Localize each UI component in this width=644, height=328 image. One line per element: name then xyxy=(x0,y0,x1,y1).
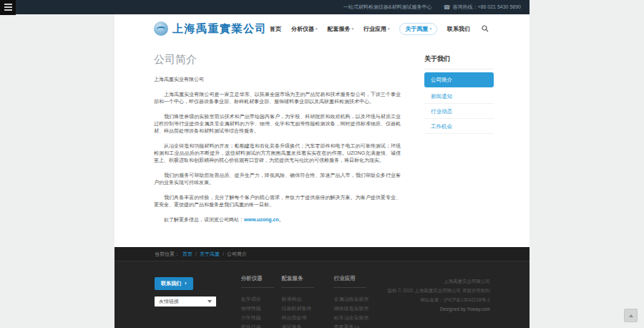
sidebar-item-industry-trends[interactable]: 行业动态 xyxy=(424,104,494,119)
footer-link[interactable]: 在线仪器 xyxy=(241,322,282,328)
topbar-tagline: 一站式材料检测仪器&材料测试服务中心 xyxy=(343,4,432,11)
main-nav: 首页 分析仪器▾ 配套服务▾ 行业应用▾ 关于禹重▾ 联系我们 xyxy=(270,23,490,35)
sidebar-item-company-profile[interactable]: 公司简介 xyxy=(424,72,494,87)
footer-link[interactable]: 钢铁锻造实验室 xyxy=(333,304,387,313)
site-column: 上海禹重實業公司 首页 分析仪器▾ 配套服务▾ 行业应用▾ 关于禹重▾ 联系我们… xyxy=(114,14,530,328)
paragraph: 我们的服务可帮助您改善品质、提升生产力，降低风险、确保符合性、加速产品入市，我们… xyxy=(154,172,401,186)
paragraph: 我们将世界级的实验室前沿技术和产品带给国内客户，为学校、科研院所和政府机构，以及… xyxy=(154,113,401,135)
hotline: ☎ 咨询热线：+86 021 5430 5890 xyxy=(443,4,521,11)
article: 公司简介 上海禹重实业有限公司 上海禹重实业有限公司是一家立足华东、以拓展全国市… xyxy=(154,49,401,231)
footer-link[interactable]: 金属冶炼实验室 xyxy=(333,294,387,304)
footer-contact-block: 联系我们 › 友情链接 xyxy=(155,275,241,328)
logo[interactable]: 上海禹重實業公司 xyxy=(154,21,267,36)
chevron-down-icon: ▾ xyxy=(429,26,431,31)
website-suffix: 。 xyxy=(279,217,284,222)
company-name: 上海禹重實業公司 xyxy=(172,22,267,36)
hotline-text: 咨询热线：+86 021 5430 5890 xyxy=(452,4,521,11)
footer-link[interactable]: 测试服务 xyxy=(281,322,333,328)
website-link[interactable]: www.uzong.cn xyxy=(244,217,279,222)
about-sidebar: 关于我们 公司简介 新闻通知 行业动态 工作机会 xyxy=(424,49,494,231)
icp-line: 网站备案：沪ICP备13042218号-1 xyxy=(388,295,490,304)
paragraph: 我们具备丰富的经验，充分了解每个客户的核心需求，并致力于提供最佳的解决方案。为客… xyxy=(154,194,401,208)
paragraph: 上海禹重实业有限公司 xyxy=(154,76,401,83)
hamburger-menu-icon[interactable] xyxy=(0,0,16,15)
breadcrumb-current: 公司简介 xyxy=(227,251,247,258)
chevron-down-icon: ▾ xyxy=(351,26,353,31)
copyright-line: 上海禹重实业有限公司 xyxy=(388,276,490,286)
footer-column-services: 配套服务 标准样品 仪器耗材备件 样品前处理 测试服务 xyxy=(281,275,333,328)
footer-link-more[interactable]: 查看更多>> xyxy=(333,322,387,328)
page-title: 公司简介 xyxy=(154,53,401,67)
breadcrumb: 当前位置： 首页 / 关于禹重 / 公司简介 xyxy=(114,247,530,261)
footer-link[interactable]: 仪器耗材备件 xyxy=(281,304,333,313)
footer-link[interactable]: 化学成分 xyxy=(241,294,282,304)
breadcrumb-prefix: 当前位置： xyxy=(155,251,180,258)
search-icon[interactable] xyxy=(480,24,490,34)
footer-column-applications: 行业应用 金属冶炼实验室 钢铁锻造实验室 粉末冶金实验室 查看更多>> xyxy=(333,275,387,328)
arrow-right-icon: › xyxy=(185,281,187,286)
footer-link[interactable]: 力学性能 xyxy=(241,313,282,322)
footer-link[interactable]: 粉末冶金实验室 xyxy=(333,313,387,322)
nav-item-instruments[interactable]: 分析仪器▾ xyxy=(291,25,318,33)
sidebar-title: 关于我们 xyxy=(424,49,494,69)
breadcrumb-link-about[interactable]: 关于禹重 xyxy=(200,251,220,258)
phone-icon: ☎ xyxy=(443,4,450,11)
paragraph: 上海禹重实业有限公司是一家立足华东、以拓展全国市场为主的产品贸易和技术服务型公司… xyxy=(154,91,401,105)
nav-item-applications[interactable]: 行业应用▾ xyxy=(364,25,390,33)
arrow-up-icon xyxy=(629,314,633,317)
contact-us-button[interactable]: 联系我们 › xyxy=(155,277,193,290)
chevron-down-icon: ▾ xyxy=(388,26,390,31)
footer-copyright: 上海禹重实业有限公司 版权 © 2020 上海禹重实业有限公司 保留所有权利 网… xyxy=(388,275,490,328)
content-area: 公司简介 上海禹重实业有限公司 上海禹重实业有限公司是一家立足华东、以拓展全国市… xyxy=(114,43,530,247)
paragraph: 从冶金铸造和功能材料的开发；船舶建造和石化装备升级换代；汽车零部件和电子电工的可… xyxy=(154,143,401,164)
chevron-down-icon xyxy=(208,300,212,303)
footer-link[interactable]: 样品前处理 xyxy=(281,313,333,322)
nav-item-home[interactable]: 首页 xyxy=(270,25,281,33)
website-prefix: 欲了解更多信息，请浏览公司网站： xyxy=(164,217,244,222)
nav-item-services[interactable]: 配套服务▾ xyxy=(327,25,353,33)
nav-item-about[interactable]: 关于禹重▾ xyxy=(399,23,437,35)
footer-link[interactable]: 物理性能 xyxy=(241,304,282,313)
chevron-down-icon: ▾ xyxy=(316,26,318,31)
site-header: 上海禹重實業公司 首页 分析仪器▾ 配套服务▾ 行业应用▾ 关于禹重▾ 联系我们 xyxy=(114,14,530,43)
paragraph-website: 欲了解更多信息，请浏览公司网站：www.uzong.cn。 xyxy=(154,216,401,223)
scroll-to-top-button[interactable] xyxy=(624,309,638,322)
nav-item-contact[interactable]: 联系我们 xyxy=(447,25,470,33)
footer-column-instruments: 分析仪器 化学成分 物理性能 力学性能 在线仪器 xyxy=(241,275,282,328)
designed-by-line: Designed by Yoway.com xyxy=(388,304,490,314)
friend-links-select[interactable]: 友情链接 xyxy=(155,296,216,307)
footer-link[interactable]: 标准样品 xyxy=(281,294,333,304)
site-footer: 联系我们 › 友情链接 分析仪器 化学成分 物理性能 力学性能 在线仪器 配套服… xyxy=(114,261,530,328)
topbar-right: 一站式材料检测仪器&材料测试服务中心 ☎ 咨询热线：+86 021 5430 5… xyxy=(343,4,530,11)
sidebar-item-jobs[interactable]: 工作机会 xyxy=(424,119,494,134)
breadcrumb-link-home[interactable]: 首页 xyxy=(182,251,192,258)
topbar: 一站式材料检测仪器&材料测试服务中心 ☎ 咨询热线：+86 021 5430 5… xyxy=(0,0,530,14)
sidebar-item-news[interactable]: 新闻通知 xyxy=(424,89,494,104)
logo-icon xyxy=(154,21,168,36)
copyright-line: 版权 © 2020 上海禹重实业有限公司 保留所有权利 xyxy=(388,286,490,295)
